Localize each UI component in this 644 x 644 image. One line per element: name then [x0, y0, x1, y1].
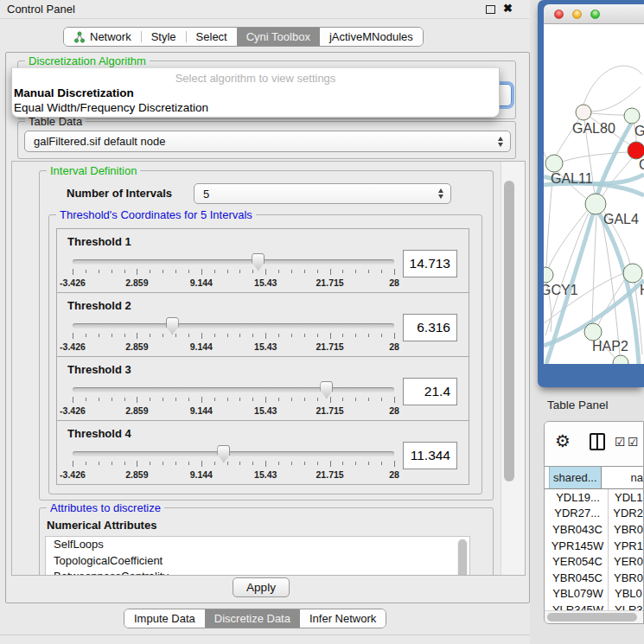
- tick-mark: [188, 398, 189, 401]
- dropdown-option-equal-width-frequency[interactable]: Equal Width/Frequency Discretization: [14, 101, 208, 114]
- table-row[interactable]: YDL19...YDL1: [545, 489, 643, 506]
- network-node-hap2[interactable]: [584, 323, 602, 341]
- network-edge[interactable]: [592, 214, 596, 324]
- threshold-slider[interactable]: -3.4262.8599.14415.4321.71528: [73, 252, 394, 291]
- close-icon[interactable]: ✖: [503, 2, 513, 15]
- tab-impute-data[interactable]: Impute Data: [124, 609, 205, 628]
- close-button[interactable]: [554, 10, 564, 19]
- tick-mark: [214, 334, 215, 337]
- network-edge[interactable]: [563, 152, 628, 162]
- network-canvas[interactable]: GAL80GACGAL11GAL4GCY1HHAP2: [544, 24, 644, 364]
- threshold-value-field[interactable]: 21.4: [403, 378, 457, 405]
- tab-cyni-toolbox[interactable]: Cyni Toolbox: [237, 28, 320, 46]
- threshold-slider[interactable]: -3.4262.8599.14415.4321.71528: [73, 443, 394, 483]
- dropdown-option-manual-discretization[interactable]: Manual Discretization: [14, 86, 134, 99]
- float-icon[interactable]: [486, 5, 495, 14]
- tick-mark: [227, 462, 228, 465]
- tick-label: 9.144: [190, 405, 213, 416]
- slider-thumb[interactable]: [166, 317, 179, 335]
- table-row[interactable]: YER054CYER0: [545, 553, 643, 570]
- attribute-list-item[interactable]: TopologicalCoefficient: [46, 553, 469, 570]
- stepper-icon: [498, 137, 503, 147]
- group-title: Discretization Algorithm: [25, 54, 150, 67]
- table-hscrollbar[interactable]: [545, 610, 643, 623]
- table-row[interactable]: YBR045CYBR0: [545, 570, 643, 586]
- threshold-slider[interactable]: -3.4262.8599.14415.4321.71528: [73, 379, 394, 419]
- tab-select[interactable]: Select: [187, 28, 237, 46]
- network-node-ga[interactable]: [624, 108, 640, 124]
- network-node-c[interactable]: [628, 142, 644, 159]
- checkbox-icon[interactable]: ☑: [628, 436, 639, 448]
- cell-name: YDL1: [607, 491, 643, 504]
- list-scrollbar[interactable]: [457, 539, 468, 576]
- group-title: Interval Definition: [47, 164, 140, 177]
- slider-thumb[interactable]: [217, 445, 230, 462]
- checkbox-icon[interactable]: ☑: [615, 436, 626, 448]
- tab-jactivemnodules[interactable]: jActiveMNodules: [320, 28, 423, 46]
- tick-label: 28: [389, 277, 399, 288]
- zoom-button[interactable]: [590, 10, 600, 19]
- tick-mark: [99, 334, 99, 337]
- network-node-gcy1[interactable]: [544, 267, 553, 283]
- tick-mark: [317, 462, 318, 465]
- numerical-attributes-list[interactable]: SelfLoopsTopologicalCoefficientBetweenne…: [45, 536, 470, 576]
- cell-shared-name: YBR045C: [549, 571, 606, 584]
- network-node[interactable]: [613, 355, 628, 364]
- table-row[interactable]: YPR145WYPR1: [545, 538, 643, 554]
- scrollbar-thumb[interactable]: [504, 181, 514, 481]
- attribute-list-item[interactable]: SelfLoops: [46, 537, 469, 553]
- threshold-value-field[interactable]: 11.344: [403, 442, 457, 469]
- cell-shared-name: YDR27...: [549, 507, 605, 520]
- network-edge[interactable]: [583, 66, 642, 105]
- slider-thumb[interactable]: [320, 381, 333, 399]
- cell-name: YBL0: [607, 587, 642, 600]
- number-of-intervals-combobox[interactable]: 5: [194, 183, 451, 204]
- network-icon: [73, 31, 86, 43]
- scrollbar-thumb[interactable]: [547, 613, 637, 622]
- table-row[interactable]: YDR27...YDR2: [545, 506, 643, 522]
- tick-mark: [112, 398, 112, 401]
- slider-thumb[interactable]: [252, 253, 265, 271]
- tab-infer-network[interactable]: Infer Network: [300, 609, 386, 628]
- table-row[interactable]: YBR043CYBR0: [545, 521, 643, 538]
- tick-mark: [163, 334, 163, 337]
- attribute-list-item[interactable]: BetweennessCentrality: [46, 569, 469, 576]
- column-header-name[interactable]: na: [602, 467, 643, 488]
- column-header-shared-name[interactable]: shared...: [549, 467, 602, 488]
- table-body: YDL19...YDL1YDR27...YDR2YBR043CYBR0YPR14…: [545, 489, 643, 610]
- network-node-gal80[interactable]: [576, 105, 591, 120]
- tick-mark: [73, 397, 73, 403]
- minimize-button[interactable]: [572, 10, 582, 19]
- tick-mark: [150, 270, 150, 273]
- threshold-slider[interactable]: -3.4262.8599.14415.4321.71528: [73, 316, 394, 355]
- tick-mark: [342, 334, 343, 337]
- tick-label: 9.144: [190, 341, 213, 352]
- tab-style[interactable]: Style: [142, 28, 186, 46]
- threshold-value-field[interactable]: 14.713: [403, 250, 457, 277]
- table-toolbar: ⚙ ☑ ☑: [545, 422, 643, 466]
- panel-scrollbar[interactable]: [501, 162, 526, 576]
- threshold-value-field[interactable]: 6.316: [403, 314, 457, 341]
- table-row[interactable]: YLR345WYLR3: [545, 602, 643, 610]
- tab-label: Network: [90, 30, 131, 43]
- network-node-h[interactable]: [623, 264, 642, 283]
- table-data-combobox[interactable]: galFiltered.sif default node: [24, 131, 511, 152]
- network-edge[interactable]: [583, 86, 641, 112]
- gear-icon[interactable]: ⚙: [555, 431, 571, 450]
- table-row[interactable]: YBL079WYBL0: [545, 586, 643, 603]
- tab-network[interactable]: Network: [64, 28, 141, 46]
- thresholds-group: Threshold's Coordinates for 5 Intervals …: [48, 214, 482, 494]
- scrollbar-thumb[interactable]: [458, 539, 467, 576]
- tick-mark: [368, 398, 369, 401]
- tick-mark: [304, 334, 305, 337]
- tick-mark: [188, 334, 189, 337]
- network-node-gal11[interactable]: [545, 155, 563, 172]
- apply-button[interactable]: Apply: [233, 577, 290, 597]
- tick-label: -3.426: [60, 341, 86, 352]
- slider-ticks: [73, 397, 394, 404]
- tick-label: 28: [389, 341, 399, 352]
- tab-discretize-data[interactable]: Discretize Data: [205, 609, 300, 628]
- tick-mark: [278, 270, 279, 273]
- columns-icon[interactable]: [590, 433, 605, 450]
- toolbox-tab-bar: Network Style Select Cyni Toolbox jActiv…: [63, 27, 424, 47]
